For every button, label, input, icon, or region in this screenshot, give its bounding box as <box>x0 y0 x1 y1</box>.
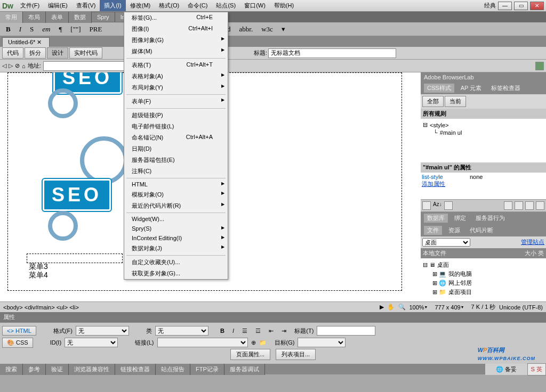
ul-icon[interactable]: ☰ <box>242 328 247 334</box>
css-icon-2[interactable] <box>444 201 453 210</box>
link-select[interactable] <box>157 338 248 347</box>
format-select[interactable]: 无 <box>76 326 129 336</box>
properties-header[interactable]: 属性 <box>0 312 546 322</box>
bold-button[interactable]: B <box>3 24 13 35</box>
abbr-button[interactable]: abbr. <box>237 24 256 35</box>
dropdown-item[interactable]: 注释(C) <box>124 166 228 177</box>
dropdown-item[interactable]: HTML <box>124 179 228 189</box>
link-checker-tab[interactable]: 链接检查器 <box>115 364 156 375</box>
browse-icon[interactable]: 📁 <box>259 339 267 346</box>
em-button[interactable]: em <box>39 24 53 35</box>
forward-icon[interactable]: ▷ <box>9 62 13 69</box>
page-props-button[interactable]: 页面属性... <box>230 349 270 360</box>
dropdown-item[interactable]: 表格(T)Ctrl+Alt+T <box>124 60 228 71</box>
blockquote-button[interactable]: [""] <box>68 24 83 35</box>
tree-mycomputer[interactable]: ⊞ 💻 我的电脑 <box>423 270 544 279</box>
edit-icon[interactable] <box>525 201 534 210</box>
title-input[interactable] <box>268 48 396 58</box>
para-button[interactable]: ¶ <box>56 24 65 35</box>
css-mode-button[interactable]: 🎨 CSS <box>2 338 33 348</box>
dropdown-item[interactable]: InContext Editing(I) <box>124 233 228 243</box>
dropdown-item[interactable]: 服务器端包括(E) <box>124 154 228 166</box>
ol-icon[interactable]: ☲ <box>255 328 261 334</box>
tree-desktop-items[interactable]: ⊞ 📁 桌面项目 <box>423 288 544 297</box>
dropdown-item[interactable]: 模板对象(O) <box>124 189 228 200</box>
minimize-button[interactable]: — <box>498 2 512 10</box>
target-select[interactable] <box>298 338 346 347</box>
w3c-button[interactable]: w3c <box>259 24 276 35</box>
validation-tab[interactable]: 验证 <box>46 364 69 375</box>
dropdown-item[interactable]: 布局对象(Y) <box>124 82 228 93</box>
hand-icon[interactable]: ✋ <box>387 304 395 311</box>
dropdown-item[interactable]: 日期(D) <box>124 143 228 154</box>
site-select[interactable]: 桌面 <box>422 238 470 247</box>
id-select[interactable]: 无 <box>65 338 118 347</box>
assets-tab[interactable]: 资源 <box>445 226 463 235</box>
add-property-link[interactable]: 添加属性 <box>422 180 545 188</box>
zoom-icon[interactable]: 🔍 <box>398 304 406 311</box>
workspace-label[interactable]: 经典 <box>484 2 496 10</box>
split-view-button[interactable]: 拆分 <box>25 47 46 59</box>
bold-prop-button[interactable]: B <box>220 328 224 334</box>
maximize-button[interactable]: ▭ <box>514 2 528 10</box>
css-all-button[interactable]: 全部 <box>422 96 444 107</box>
tab-forms[interactable]: 表单 <box>46 12 69 23</box>
browser-compat-tab[interactable]: 浏览器兼容性 <box>69 364 115 375</box>
home-icon[interactable]: ⌂ <box>22 63 26 69</box>
class-select[interactable]: 无 <box>155 326 208 336</box>
back-icon[interactable]: ◁ <box>2 62 6 69</box>
dropdown-item[interactable]: 自定义收藏夹(U)... <box>124 257 228 268</box>
italic-button[interactable]: I <box>17 24 24 35</box>
dropdown-item[interactable]: 表单(F) <box>124 96 228 107</box>
stop-icon[interactable]: ⊘ <box>15 62 20 69</box>
dropdown-item[interactable]: 超级链接(P) <box>124 110 228 121</box>
live-code-button[interactable]: 实时代码 <box>69 47 102 59</box>
design-view-button[interactable]: 设计 <box>47 47 68 59</box>
pre-button[interactable]: PRE <box>87 24 105 35</box>
zoom-value[interactable]: 100% <box>409 304 424 311</box>
css-styles-tab[interactable]: CSS样式 <box>424 84 454 93</box>
manage-sites-link[interactable]: 管理站点 <box>521 238 544 246</box>
outdent-icon[interactable]: ⇤ <box>269 328 274 334</box>
menu-modify[interactable]: 修改(M) <box>126 0 155 11</box>
dropdown-item[interactable]: Spry(S) <box>124 224 228 233</box>
tab-layout[interactable]: 布局 <box>23 12 46 23</box>
prop-value[interactable]: none <box>470 174 483 180</box>
pointer-icon[interactable]: ▶ <box>380 304 384 311</box>
snippets-tab[interactable]: 代码片断 <box>467 226 496 235</box>
more-icon[interactable]: ▾ <box>279 24 288 35</box>
dropdown-item[interactable]: Widget(W)... <box>124 214 228 224</box>
menu-site[interactable]: 站点(S) <box>212 0 240 11</box>
list-props-button[interactable]: 列表项目... <box>276 349 316 360</box>
rule-style[interactable]: ⊟ <style> <box>423 121 544 129</box>
point-to-file-icon[interactable]: ⊕ <box>251 339 256 346</box>
tag-path[interactable]: <body> <div#main> <ul> <li> <box>3 304 79 311</box>
browserlab-panel[interactable]: Adobe BrowserLab <box>424 74 474 80</box>
dropdown-item[interactable]: 表格对象(A) <box>124 71 228 82</box>
html-mode-button[interactable]: <> HTML <box>2 326 36 336</box>
dropdown-item[interactable]: 媒体(M) <box>124 46 228 57</box>
dropdown-item[interactable]: 图像(I)Ctrl+Alt+I <box>124 23 228 35</box>
menu-format[interactable]: 格式(O) <box>155 0 183 11</box>
ime-indicator[interactable]: S 英 <box>527 363 546 375</box>
menu-help[interactable]: 帮助(H) <box>270 0 298 11</box>
menu-window[interactable]: 窗口(W) <box>240 0 270 11</box>
tag-inspector-tab[interactable]: 标签检查器 <box>488 84 524 93</box>
indent-icon[interactable]: ⇥ <box>282 328 286 334</box>
new-rule-icon[interactable] <box>515 201 523 210</box>
dropdown-item[interactable]: 数据对象(J) <box>124 243 228 254</box>
menu-insert[interactable]: 插入(I) <box>100 0 125 11</box>
bindings-tab[interactable]: 绑定 <box>451 214 469 223</box>
menu-commands[interactable]: 命令(C) <box>183 0 212 11</box>
dropdown-item[interactable]: 命名锚记(N)Ctrl+Alt+A <box>124 132 228 143</box>
close-button[interactable]: ✕ <box>530 2 544 10</box>
tab-spry[interactable]: Spry <box>92 12 115 22</box>
tree-network[interactable]: ⊞ 🌐 网上邻居 <box>423 279 544 288</box>
tab-data[interactable]: 数据 <box>69 12 92 23</box>
css-current-button[interactable]: 当前 <box>445 96 466 107</box>
database-tab[interactable]: 数据库 <box>424 214 448 223</box>
menu-view[interactable]: 查看(V) <box>72 0 100 11</box>
dropdown-item[interactable]: 标签(G)...Ctrl+E <box>124 12 228 23</box>
trash-icon[interactable] <box>536 201 544 210</box>
prop-name[interactable]: list-style <box>422 174 470 180</box>
